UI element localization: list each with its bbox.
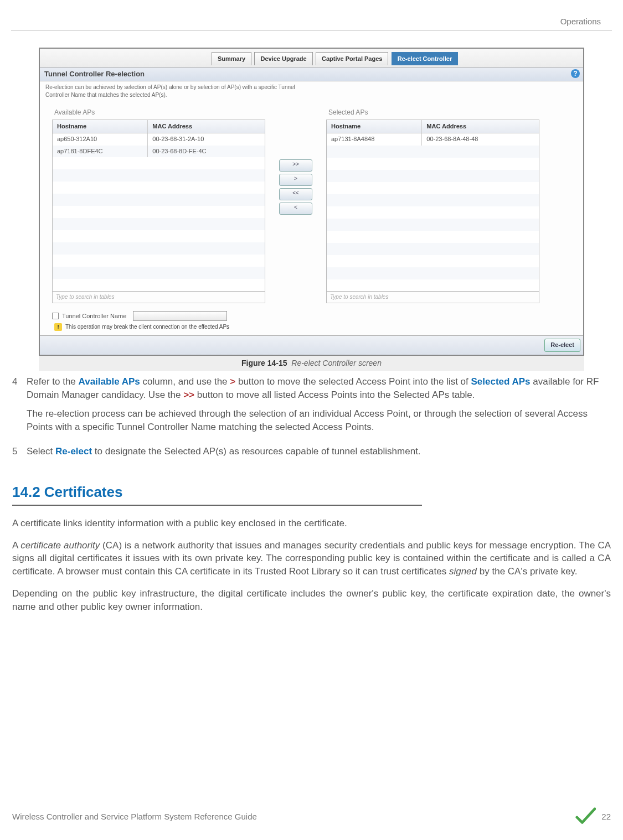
table-row[interactable]: ap7131-8A4848 00-23-68-8A-48-48 [327, 133, 539, 145]
tunnel-controller-label: Tunnel Controller Name [62, 312, 126, 320]
cell-hostname: ap7181-8DFE4C [53, 146, 148, 157]
step-5-para: Select Re-elect to designate the Selecte… [27, 445, 611, 458]
figure-text: Re-elect Controller screen [291, 359, 382, 367]
selected-aps-label: Selected APs [326, 107, 539, 120]
panel-description: Re-election can be achieved by selection… [40, 81, 306, 107]
figure-label: Figure 14-15 [241, 359, 287, 367]
help-icon[interactable]: ? [571, 69, 580, 78]
warning-row: ! This operation may break the client co… [52, 321, 571, 331]
page-footer: Wireless Controller and Service Platform… [12, 806, 611, 827]
cell-mac: 00-23-68-8A-48-48 [422, 133, 539, 145]
checkmark-icon [575, 806, 596, 827]
available-aps-grid[interactable]: Hostname MAC Address ap650-312A10 00-23-… [52, 120, 265, 292]
tab-summary[interactable]: Summary [212, 52, 251, 65]
selected-aps-grid[interactable]: Hostname MAC Address ap7131-8A4848 00-23… [326, 120, 539, 292]
table-row[interactable]: ap650-312A10 00-23-68-31-2A-10 [53, 133, 265, 145]
cell-mac: 00-23-68-31-2A-10 [148, 133, 265, 145]
panel-title-text: Tunnel Controller Re-election [44, 70, 145, 78]
reelect-button[interactable]: Re-elect [544, 339, 580, 351]
screenshot-panel: Summary Device Upgrade Captive Portal Pa… [39, 48, 584, 356]
available-search-input[interactable]: Type to search in tables [52, 292, 265, 303]
table-row[interactable]: ap7181-8DFE4C 00-23-68-8D-FE-4C [53, 146, 265, 157]
warning-icon: ! [54, 323, 62, 331]
body-para-1: A certificate links identity information… [12, 517, 611, 530]
section-rule [12, 505, 422, 506]
selected-col-mac[interactable]: MAC Address [422, 120, 539, 133]
step-4-para-2: The re-election process can be achieved … [27, 407, 611, 434]
available-aps-column: Available APs Hostname MAC Address ap650… [52, 107, 265, 303]
header-title: Operations [560, 17, 601, 26]
panel-footer: Re-elect [40, 335, 583, 354]
cell-mac: 00-23-68-8D-FE-4C [148, 146, 265, 157]
cell-hostname: ap7131-8A4848 [327, 133, 422, 145]
step-4: 4 Refer to the Available APs column, and… [12, 375, 611, 439]
move-all-right-button[interactable]: >> [279, 159, 312, 172]
tunnel-controller-checkbox[interactable] [52, 313, 59, 319]
tunnel-controller-combo[interactable] [133, 311, 227, 321]
tunnel-controller-row: Tunnel Controller Name [52, 311, 571, 321]
section-title: 14.2 Certificates [12, 482, 611, 502]
step-5: 5 Select Re-elect to designate the Selec… [12, 445, 611, 464]
step-4-number: 4 [12, 375, 27, 439]
move-all-left-button[interactable]: << [279, 188, 312, 200]
step-5-number: 5 [12, 445, 27, 464]
warning-text: This operation may break the client conn… [65, 323, 229, 331]
available-col-mac[interactable]: MAC Address [148, 120, 265, 133]
panel-title-bar: Tunnel Controller Re-election ? [40, 67, 583, 81]
cell-hostname: ap650-312A10 [53, 133, 148, 145]
tab-bar: Summary Device Upgrade Captive Portal Pa… [40, 49, 583, 67]
tab-captive-portal[interactable]: Captive Portal Pages [316, 52, 388, 65]
selected-search-input[interactable]: Type to search in tables [326, 292, 539, 303]
available-col-hostname[interactable]: Hostname [53, 120, 148, 133]
available-aps-label: Available APs [52, 107, 265, 120]
move-right-button[interactable]: > [279, 174, 312, 186]
footer-guide-title: Wireless Controller and Service Platform… [12, 811, 257, 822]
selected-aps-column: Selected APs Hostname MAC Address ap7131… [326, 107, 539, 303]
step-4-para-1: Refer to the Available APs column, and u… [27, 375, 611, 402]
move-left-button[interactable]: < [279, 203, 312, 215]
page-number: 22 [601, 811, 611, 822]
selected-col-hostname[interactable]: Hostname [327, 120, 422, 133]
page-header: Operations [11, 0, 612, 31]
tab-device-upgrade[interactable]: Device Upgrade [254, 52, 312, 65]
tab-reelect-controller[interactable]: Re-elect Controller [392, 52, 458, 65]
body-para-2: A certificate authority (CA) is a networ… [12, 539, 611, 578]
transfer-buttons: >> > << < [265, 107, 326, 215]
body-para-3: Depending on the public key infrastructu… [12, 587, 611, 614]
figure-caption: Figure 14-15 Re-elect Controller screen [39, 356, 584, 371]
